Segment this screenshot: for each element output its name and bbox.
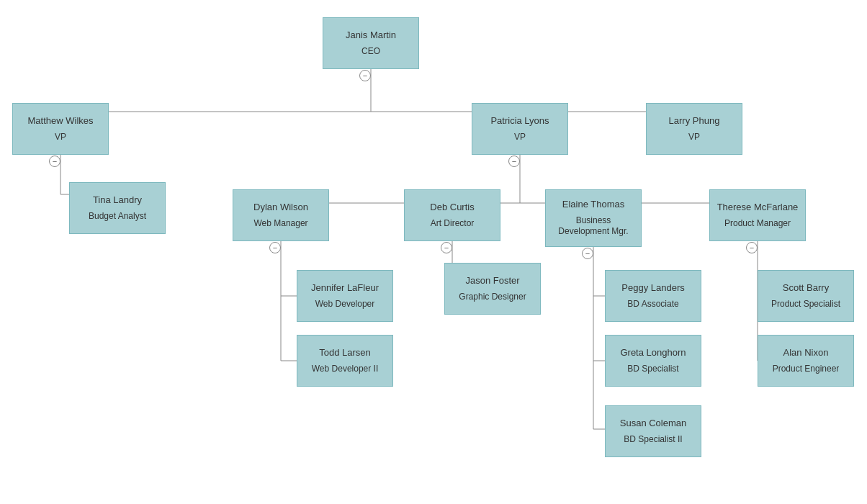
node-greta: Greta LonghornBD Specialist: [605, 335, 701, 387]
node-title-janis: CEO: [361, 46, 380, 58]
node-alan: Alan NixonProduct Engineer: [758, 335, 854, 387]
node-name-therese: Therese McFarlane: [717, 202, 799, 214]
node-name-alan: Alan Nixon: [783, 347, 829, 359]
node-name-greta: Greta Longhorn: [620, 347, 686, 359]
node-name-patricia: Patricia Lyons: [490, 115, 549, 127]
node-title-dylan: Web Manager: [253, 218, 307, 230]
cb-deb[interactable]: −: [441, 242, 452, 253]
node-todd: Todd LarsenWeb Developer II: [297, 335, 393, 387]
node-name-deb: Deb Curtis: [430, 202, 474, 214]
node-title-scott: Product Specialist: [771, 299, 840, 310]
cb-elaine[interactable]: −: [582, 248, 593, 259]
cb-dylan[interactable]: −: [269, 242, 281, 253]
node-tina: Tina LandryBudget Analyst: [69, 182, 166, 234]
node-title-susan: BD Specialist II: [624, 434, 682, 446]
node-title-todd: Web Developer II: [312, 364, 379, 375]
cb-janis[interactable]: −: [359, 70, 371, 81]
node-janis: Janis MartinCEO: [323, 17, 419, 69]
node-jennifer: Jennifer LaFleurWeb Developer: [297, 270, 393, 322]
node-name-todd: Todd Larsen: [319, 347, 371, 359]
node-therese: Therese McFarlaneProduct Manager: [709, 189, 806, 241]
node-jason: Jason FosterGraphic Designer: [444, 263, 541, 315]
node-name-larry: Larry Phung: [669, 115, 720, 127]
node-name-peggy: Peggy Landers: [621, 282, 684, 294]
node-susan: Susan ColemanBD Specialist II: [605, 405, 701, 457]
node-name-dylan: Dylan Wilson: [253, 202, 308, 214]
node-title-larry: VP: [688, 132, 700, 143]
node-title-deb: Art Director: [431, 218, 475, 230]
node-title-peggy: BD Associate: [627, 299, 678, 310]
node-peggy: Peggy LandersBD Associate: [605, 270, 701, 322]
node-title-matthew: VP: [55, 132, 66, 143]
node-name-matthew: Matthew Wilkes: [27, 115, 93, 127]
node-title-elaine: BusinessDevelopment Mgr.: [558, 215, 628, 238]
node-name-janis: Janis Martin: [346, 30, 396, 42]
node-title-therese: Product Manager: [724, 218, 791, 230]
node-name-tina: Tina Landry: [93, 194, 142, 207]
node-name-susan: Susan Coleman: [620, 418, 687, 430]
node-title-alan: Product Engineer: [773, 364, 840, 375]
node-scott: Scott BarryProduct Specialist: [758, 270, 854, 322]
node-title-greta: BD Specialist: [627, 364, 678, 375]
node-title-jennifer: Web Developer: [315, 299, 375, 310]
node-larry: Larry PhungVP: [646, 103, 742, 155]
node-elaine: Elaine ThomasBusinessDevelopment Mgr.: [545, 189, 642, 247]
node-title-tina: Budget Analyst: [89, 211, 146, 222]
node-name-elaine: Elaine Thomas: [562, 199, 624, 211]
node-patricia: Patricia LyonsVP: [472, 103, 568, 155]
node-dylan: Dylan WilsonWeb Manager: [233, 189, 329, 241]
connector-lines: [0, 0, 867, 504]
cb-therese[interactable]: −: [746, 242, 758, 253]
node-name-jason: Jason Foster: [465, 275, 519, 287]
org-chart: Janis MartinCEOMatthew WilkesVPPatricia …: [0, 0, 867, 504]
node-name-jennifer: Jennifer LaFleur: [311, 282, 379, 294]
node-title-patricia: VP: [514, 132, 526, 143]
cb-patricia[interactable]: −: [508, 156, 520, 167]
node-matthew: Matthew WilkesVP: [12, 103, 109, 155]
node-deb: Deb CurtisArt Director: [404, 189, 500, 241]
node-name-scott: Scott Barry: [783, 282, 829, 294]
cb-matthew[interactable]: −: [49, 156, 60, 167]
node-title-jason: Graphic Designer: [459, 292, 526, 303]
